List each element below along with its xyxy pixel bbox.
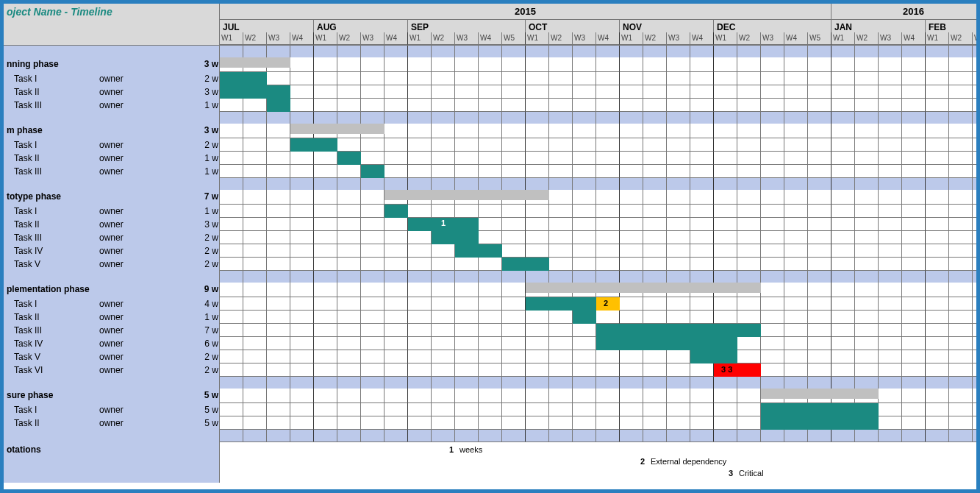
side-header-spacer — [4, 20, 220, 32]
page-title: oject Name - Timeline — [4, 4, 220, 20]
week-cell: W4 — [479, 32, 502, 45]
task-owner: owner — [98, 99, 155, 112]
col-owner: Owner — [98, 32, 155, 47]
annotation-text: External dependency — [651, 457, 726, 466]
task-owner: owner — [98, 205, 155, 218]
week-cell: W2 — [243, 32, 267, 45]
task-side: Task V owner 2 w — [4, 258, 220, 271]
task-grid — [220, 403, 980, 416]
task-duration: 1 w — [155, 311, 220, 324]
task-owner: owner — [98, 72, 155, 85]
phase-row: nning phase 3 w — [4, 57, 976, 72]
phase-name: nning phase — [4, 57, 98, 72]
task-row: Task II owner 1 w — [4, 311, 976, 324]
spacer-grid — [220, 112, 980, 124]
phase-side: m phase 3 w — [4, 124, 220, 138]
week-cell: W2 — [337, 32, 361, 45]
week-cell: W1 — [620, 32, 643, 45]
task-row: Task III owner 2 w — [4, 231, 976, 244]
phase-summary-bar — [526, 283, 761, 293]
gantt-bar — [596, 324, 761, 337]
annotation-num: 3 — [720, 469, 733, 478]
month-cell: JAN — [831, 20, 926, 32]
gantt-bar — [385, 205, 408, 218]
gantt-bar — [267, 99, 290, 112]
task-duration: 3 w — [155, 218, 220, 231]
task-name: Task II — [4, 152, 98, 165]
task-side: Task VI owner 2 w — [4, 363, 220, 377]
annotation-item: 2External dependency — [632, 457, 726, 466]
task-row: Task II owner 3 w — [4, 85, 976, 99]
task-grid — [220, 138, 980, 152]
week-cell: W1 — [714, 32, 737, 45]
task-row: Task II owner 1 w — [4, 152, 976, 165]
task-grid — [220, 324, 980, 337]
task-row: Task I owner 5 w — [4, 403, 976, 416]
phase-summary-bar — [220, 57, 290, 68]
task-name: Task II — [4, 85, 98, 99]
spacer-side — [4, 178, 220, 190]
task-owner: owner — [98, 231, 155, 244]
week-cell: W4 — [596, 32, 620, 45]
task-duration: 5 w — [155, 416, 220, 430]
task-side: Task III owner 1 w — [4, 165, 220, 178]
task-side: Task II owner 1 w — [4, 152, 220, 165]
week-header: W1W2W3W4W1W2W3W4W1W2W3W4W5W1W2W3W4W1W2W3… — [220, 32, 980, 45]
task-name: Task I — [4, 297, 98, 311]
annotation-num: 1 — [440, 445, 454, 454]
week-cell: W4 — [902, 32, 926, 45]
week-cell: W1 — [314, 32, 337, 45]
task-row: Task III owner 1 w — [4, 165, 976, 178]
task-side: Task I owner 2 w — [4, 138, 220, 152]
phase-duration: 9 w — [155, 283, 220, 297]
month-cell: FEB — [926, 20, 980, 32]
phase-side: totype phase 7 w — [4, 190, 220, 205]
month-cell: JUL — [220, 20, 314, 32]
week-cell: W4 — [385, 32, 408, 45]
gantt-bar — [690, 350, 737, 363]
task-side: Task III owner 7 w — [4, 324, 220, 337]
month-cell: AUG — [314, 20, 408, 32]
task-owner: owner — [98, 324, 155, 337]
task-owner: owner — [98, 337, 155, 350]
task-name: Task V — [4, 350, 98, 363]
phase-grid — [220, 389, 980, 403]
gantt-bar — [526, 297, 596, 311]
task-row: Task V owner 2 w — [4, 350, 976, 363]
week-cell: W4 — [690, 32, 714, 45]
phase-summary-bar — [385, 190, 549, 200]
gantt-bar — [573, 311, 596, 324]
task-grid — [220, 416, 980, 430]
phase-row: m phase 3 w — [4, 124, 976, 138]
year-cell: 2016 — [831, 4, 980, 20]
gantt-bar — [337, 152, 361, 165]
month-header: JULAUGSEPOCTNOVDECJANFEB — [220, 20, 980, 32]
task-duration: 3 w — [155, 85, 220, 99]
month-cell: NOV — [620, 20, 714, 32]
task-side: Task III owner 1 w — [4, 99, 220, 112]
task-duration: 2 w — [155, 258, 220, 271]
task-row: Task II owner 3 w 1 — [4, 218, 976, 231]
phase-summary-bar — [290, 124, 385, 134]
task-name: Task IV — [4, 244, 98, 258]
annotation-item: 3Critical — [720, 469, 764, 478]
task-row: Task I owner 1 w — [4, 205, 976, 218]
task-side: Task II owner 5 w — [4, 416, 220, 430]
task-owner: owner — [98, 403, 155, 416]
year-header: 20152016 — [220, 4, 980, 20]
task-row: Task III owner 1 w — [4, 99, 976, 112]
annotations-label: otations — [4, 441, 220, 483]
task-name: Task IV — [4, 337, 98, 350]
title-text: oject Name - Timeline — [4, 4, 115, 20]
week-cell: W3 — [455, 32, 479, 45]
week-cell: W4 — [290, 32, 314, 45]
week-cell: W1 — [831, 32, 855, 45]
task-side: Task I owner 1 w — [4, 205, 220, 218]
annotation-item: 1weeks — [440, 445, 482, 454]
week-cell: W1 — [408, 32, 432, 45]
gantt-bar — [220, 72, 267, 85]
gantt-bar — [361, 165, 385, 178]
gantt-bar: 1 — [408, 218, 479, 231]
task-owner: owner — [98, 85, 155, 99]
task-duration: 1 w — [155, 152, 220, 165]
